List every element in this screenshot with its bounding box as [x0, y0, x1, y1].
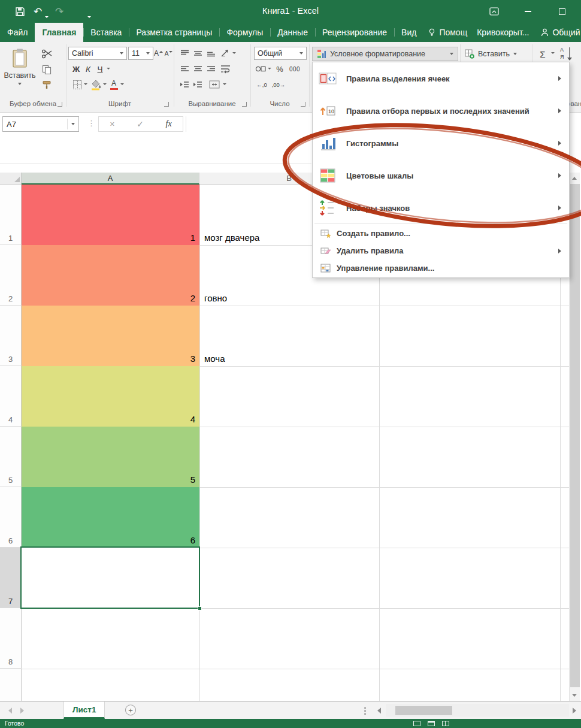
row-header-partial[interactable]	[0, 669, 22, 701]
horizontal-scrollbar-thumb[interactable]	[395, 706, 452, 715]
autosum-dropdown-icon[interactable]	[551, 52, 555, 54]
increase-indent-icon[interactable]	[192, 78, 204, 90]
cell-a4[interactable]: 4	[22, 366, 199, 427]
font-name-combo[interactable]: Calibri	[68, 47, 127, 60]
font-color-icon[interactable]: А	[108, 78, 120, 91]
increase-font-icon[interactable]: А	[153, 47, 164, 60]
alignment-dialog-launcher-icon[interactable]	[242, 102, 247, 107]
row-header-5[interactable]: 5	[0, 427, 22, 487]
format-painter-icon[interactable]	[40, 79, 54, 91]
enter-icon[interactable]: ✓	[137, 119, 144, 129]
copy-icon[interactable]	[40, 64, 54, 75]
paste-dropdown-icon[interactable]	[18, 83, 22, 85]
add-sheet-button[interactable]: +	[125, 705, 136, 715]
maximize-button[interactable]	[549, 0, 574, 23]
accounting-format-icon[interactable]	[254, 63, 267, 75]
font-dialog-launcher-icon[interactable]	[164, 102, 169, 107]
row-header-6[interactable]: 6	[0, 487, 22, 548]
decrease-font-icon[interactable]: А	[164, 47, 174, 60]
cut-icon[interactable]	[40, 48, 54, 60]
row-header-3[interactable]: 3	[0, 306, 22, 366]
cell-a3[interactable]: 3	[22, 306, 199, 366]
accounting-dropdown-icon[interactable]	[268, 68, 271, 70]
font-color-dropdown-icon[interactable]	[120, 83, 124, 85]
row-header-2[interactable]: 2	[0, 245, 22, 306]
row-header-7[interactable]: 7	[0, 548, 22, 608]
formula-bar-resize-handle[interactable]: ⋮	[87, 119, 95, 127]
tab-data[interactable]: Данные	[270, 23, 315, 42]
tab-page-layout[interactable]: Разметка страницы	[129, 23, 219, 42]
insert-cells-button[interactable]: Вставить	[462, 47, 529, 61]
tell-me-box[interactable]: Помощ	[423, 23, 472, 42]
hscroll-left-icon[interactable]	[377, 708, 381, 714]
cancel-icon[interactable]: ×	[110, 119, 114, 129]
horizontal-scrollbar[interactable]	[386, 704, 569, 717]
percent-style-button[interactable]: %	[274, 63, 285, 75]
increase-decimal-icon[interactable]: ←,0	[254, 78, 270, 90]
menu-item-new-rule[interactable]: Создать правило...	[313, 225, 569, 242]
italic-button[interactable]: К	[83, 62, 93, 75]
orientation-icon[interactable]	[219, 47, 231, 59]
menu-item-highlight-cells-rules[interactable]: Правила выделения ячеек	[313, 62, 569, 95]
wrap-text-icon[interactable]	[219, 63, 231, 75]
sort-filter-icon[interactable]: АЯ	[559, 46, 574, 61]
sheet-nav-right-icon[interactable]	[20, 708, 24, 714]
scroll-down-icon[interactable]	[572, 694, 577, 697]
align-center-icon[interactable]	[192, 63, 204, 75]
vertical-scrollbar-thumb[interactable]	[570, 184, 580, 687]
page-layout-view-icon[interactable]	[428, 721, 435, 726]
underline-button[interactable]: Ч	[95, 62, 105, 75]
borders-dropdown-icon[interactable]	[84, 83, 87, 85]
tab-formulas[interactable]: Формулы	[219, 23, 270, 42]
clipboard-dialog-launcher-icon[interactable]	[58, 102, 62, 107]
account-name[interactable]: Кривокорыт...	[472, 23, 534, 42]
paste-button[interactable]: Вставить	[2, 46, 37, 98]
tab-home[interactable]: Главная	[35, 23, 83, 42]
borders-icon[interactable]	[71, 78, 84, 91]
share-button[interactable]: Общий до...	[534, 23, 581, 42]
minimize-button[interactable]	[515, 0, 540, 23]
align-bottom-icon[interactable]	[205, 47, 217, 59]
menu-item-color-scales[interactable]: Цветовые шкалы	[313, 159, 569, 192]
vertical-scrollbar[interactable]	[569, 173, 580, 701]
fill-handle[interactable]	[198, 606, 202, 611]
font-size-combo[interactable]: 11	[128, 47, 153, 60]
orientation-dropdown-icon[interactable]	[232, 52, 236, 54]
tab-insert[interactable]: Вставка	[83, 23, 129, 42]
ribbon-display-options-icon[interactable]	[482, 0, 507, 23]
sheet-tab-list1[interactable]: Лист1	[63, 702, 105, 719]
cell-a5[interactable]: 5	[22, 427, 199, 487]
conditional-formatting-button[interactable]: Условное форматирование	[312, 47, 458, 61]
align-right-icon[interactable]	[205, 63, 217, 75]
cell-a6[interactable]: 6	[22, 487, 199, 548]
merge-dropdown-icon[interactable]	[223, 83, 226, 85]
align-middle-icon[interactable]	[192, 47, 204, 59]
number-dialog-launcher-icon[interactable]	[301, 102, 305, 107]
row-header-1[interactable]: 1	[0, 185, 22, 245]
row-header-4[interactable]: 4	[0, 366, 22, 427]
hscroll-right-icon[interactable]	[573, 708, 576, 714]
name-box-dropdown-icon[interactable]	[71, 123, 75, 125]
align-top-icon[interactable]	[178, 47, 190, 59]
menu-item-manage-rules[interactable]: Управление правилами...	[313, 259, 569, 277]
column-header-a[interactable]: A	[22, 173, 199, 185]
decrease-decimal-icon[interactable]: ,00→	[271, 78, 286, 90]
scroll-up-icon[interactable]	[572, 177, 577, 180]
active-cell-a7[interactable]	[20, 546, 200, 609]
align-left-icon[interactable]	[178, 63, 190, 75]
number-format-combo[interactable]: Общий	[254, 47, 307, 60]
insert-function-icon[interactable]: fx	[166, 119, 172, 129]
sheet-nav-left-icon[interactable]	[8, 708, 12, 714]
cell-a1[interactable]: 1	[22, 185, 199, 245]
name-box[interactable]: A7	[2, 116, 79, 132]
cell-a2[interactable]: 2	[22, 245, 199, 306]
tab-review[interactable]: Рецензирование	[315, 23, 394, 42]
tab-file[interactable]: Файл	[0, 23, 35, 42]
menu-item-top-bottom-rules[interactable]: 10 Правила отбора первых и последних зна…	[313, 95, 569, 127]
comma-style-button[interactable]: 000	[286, 63, 303, 75]
select-all-button[interactable]	[0, 173, 22, 185]
menu-item-icon-sets[interactable]: Наборы значков	[313, 192, 569, 224]
merge-center-icon[interactable]	[208, 78, 220, 90]
menu-item-data-bars[interactable]: Гистограммы	[313, 127, 569, 159]
autosum-button[interactable]: Σ	[535, 47, 550, 61]
